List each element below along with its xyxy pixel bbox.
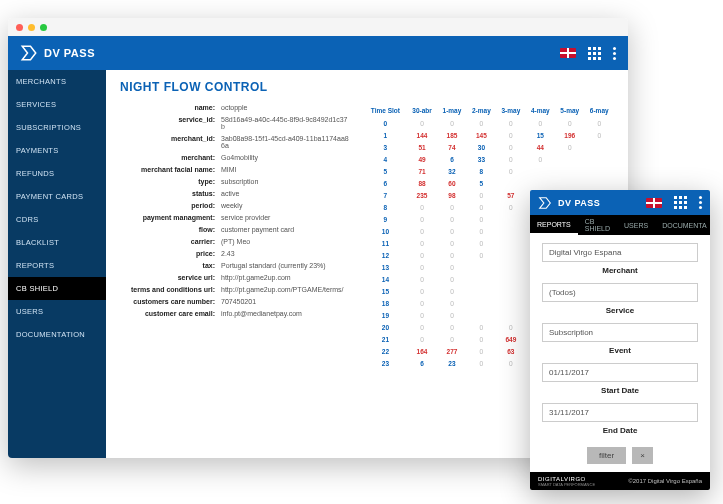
value-cell: 5: [467, 177, 496, 189]
mobile-form: MerchantServiceEventStart DateEnd Datefi…: [530, 235, 710, 472]
value-cell: 235: [407, 189, 437, 201]
mobile-more-menu-icon[interactable]: [699, 196, 702, 209]
mobile-tab-users[interactable]: USERS: [617, 215, 655, 235]
slot-cell: 23: [364, 357, 407, 369]
slot-cell: 15: [364, 285, 407, 297]
value-cell: 0: [407, 321, 437, 333]
col-header: 4-may: [526, 104, 555, 117]
detail-row: customer care email:info.pt@medianetpay.…: [120, 310, 350, 317]
detail-label: carrier:: [120, 238, 215, 245]
col-header: Time Slot: [364, 104, 407, 117]
apps-grid-icon[interactable]: [588, 47, 601, 60]
detail-value: weekly: [221, 202, 350, 209]
value-cell: 0: [407, 201, 437, 213]
mobile-input-service[interactable]: [542, 283, 698, 302]
value-cell: [496, 177, 525, 189]
sidebar-item-users[interactable]: USERS: [8, 300, 106, 323]
filter-button[interactable]: filter: [587, 447, 626, 464]
detail-label: payment managment:: [120, 214, 215, 221]
sidebar-item-payments[interactable]: PAYMENTS: [8, 139, 106, 162]
value-cell: 0: [467, 201, 496, 213]
value-cell: 74: [437, 141, 466, 153]
col-header: 2-may: [467, 104, 496, 117]
col-header: 1-may: [437, 104, 466, 117]
detail-row: type:subscription: [120, 178, 350, 185]
sidebar-item-subscriptions[interactable]: SUBSCRIPTIONS: [8, 116, 106, 139]
sidebar-item-refunds[interactable]: REFUNDS: [8, 162, 106, 185]
mobile-app-logo[interactable]: DV PASS: [538, 196, 600, 210]
detail-label: merchant_id:: [120, 135, 215, 149]
value-cell: [526, 177, 555, 189]
value-cell: [496, 249, 525, 261]
value-cell: 15: [526, 129, 555, 141]
col-header: 5-may: [555, 104, 584, 117]
sidebar-item-cb-shield[interactable]: CB SHIELD: [8, 277, 106, 300]
page-title: NIGHT FLOW CONTROL: [120, 80, 614, 94]
mobile-apps-grid-icon[interactable]: [674, 196, 687, 209]
mobile-tab-documenta[interactable]: DOCUMENTA: [655, 215, 710, 235]
detail-row: period:weekly: [120, 202, 350, 209]
value-cell: 0: [437, 201, 466, 213]
sidebar-item-cdrs[interactable]: CDRS: [8, 208, 106, 231]
sidebar-item-reports[interactable]: REPORTS: [8, 254, 106, 277]
clear-button[interactable]: ×: [632, 447, 653, 464]
sidebar-item-documentation[interactable]: DOCUMENTATION: [8, 323, 106, 346]
value-cell: 51: [407, 141, 437, 153]
value-cell: 0: [437, 225, 466, 237]
table-row: 11441851450151960: [364, 129, 614, 141]
mobile-tab-reports[interactable]: REPORTS: [530, 215, 578, 235]
detail-label: customer care email:: [120, 310, 215, 317]
value-cell: [555, 165, 584, 177]
logo-mark-icon: [20, 44, 38, 62]
value-cell: [496, 261, 525, 273]
value-cell: 8: [467, 165, 496, 177]
sidebar-item-blacklist[interactable]: BLACKLIST: [8, 231, 106, 254]
mobile-input-end-date[interactable]: [542, 403, 698, 422]
table-row: 5713280: [364, 165, 614, 177]
detail-label: period:: [120, 202, 215, 209]
value-cell: [467, 261, 496, 273]
value-cell: 0: [437, 237, 466, 249]
window-max-dot[interactable]: [40, 24, 47, 31]
value-cell: [496, 225, 525, 237]
detail-value: info.pt@medianetpay.com: [221, 310, 350, 317]
mobile-input-start-date[interactable]: [542, 363, 698, 382]
value-cell: 57: [496, 189, 525, 201]
value-cell: 0: [467, 321, 496, 333]
value-cell: 0: [467, 357, 496, 369]
language-flag-icon[interactable]: [560, 48, 576, 58]
window-min-dot[interactable]: [28, 24, 35, 31]
value-cell: 0: [407, 237, 437, 249]
table-row: 00000000: [364, 117, 614, 129]
mobile-input-event[interactable]: [542, 323, 698, 342]
app-name: DV PASS: [44, 47, 95, 59]
sidebar-item-merchants[interactable]: MERCHANTS: [8, 70, 106, 93]
sidebar-item-services[interactable]: SERVICES: [8, 93, 106, 116]
app-logo[interactable]: DV PASS: [20, 44, 95, 62]
sidebar-item-payment-cards[interactable]: PAYMENT CARDS: [8, 185, 106, 208]
detail-row: customers care number:707450201: [120, 298, 350, 305]
detail-value: service provider: [221, 214, 350, 221]
detail-value: customer payment card: [221, 226, 350, 233]
value-cell: 0: [407, 225, 437, 237]
footer-tagline: SMART DATA PERFORMANCE: [538, 482, 595, 487]
window-close-dot[interactable]: [16, 24, 23, 31]
more-menu-icon[interactable]: [613, 47, 616, 60]
value-cell: 0: [496, 117, 525, 129]
detail-row: status:active: [120, 190, 350, 197]
value-cell: 649: [496, 333, 525, 345]
mobile-tab-cb shield[interactable]: CB SHIELD: [578, 215, 617, 235]
mobile-language-flag-icon[interactable]: [646, 198, 662, 208]
value-cell: 0: [407, 273, 437, 285]
value-cell: [584, 165, 614, 177]
detail-row: merchant:Go4mobility: [120, 154, 350, 161]
value-cell: 0: [437, 249, 466, 261]
value-cell: [555, 153, 584, 165]
value-cell: 6: [437, 153, 466, 165]
value-cell: 0: [584, 117, 614, 129]
value-cell: [555, 177, 584, 189]
value-cell: [467, 297, 496, 309]
value-cell: 0: [437, 333, 466, 345]
value-cell: [496, 285, 525, 297]
mobile-input-merchant[interactable]: [542, 243, 698, 262]
